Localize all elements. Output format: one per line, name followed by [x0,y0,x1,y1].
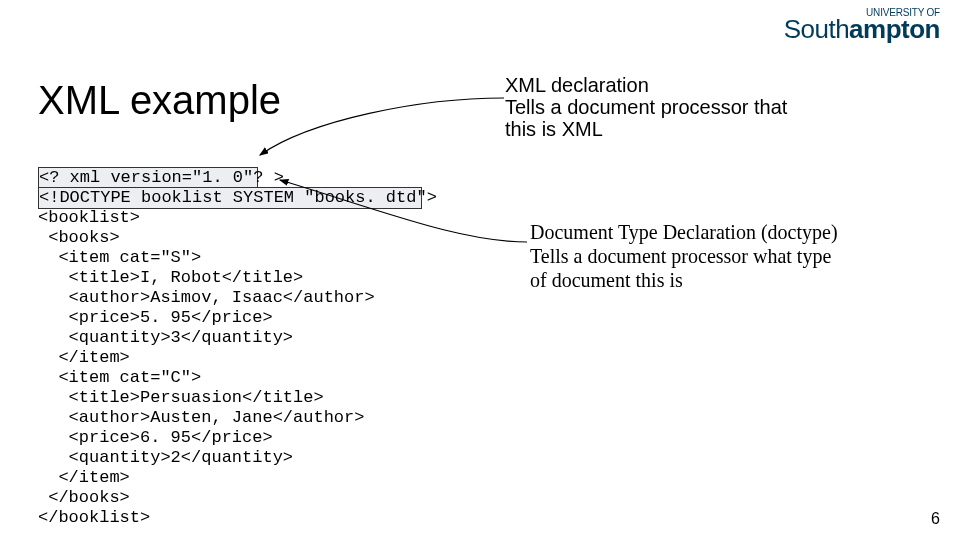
code-line: </books> [38,488,130,507]
annotation-line: Document Type Declaration (doctype) [530,220,838,244]
xml-declaration-line: <? xml version="1. 0"? > [38,167,258,189]
code-line: <books> [38,228,120,247]
code-line: </item> [38,468,130,487]
code-line: <title>Persuasion</title> [38,388,324,407]
annotation-line: XML declaration [505,74,787,96]
code-line: <quantity>2</quantity> [38,448,293,467]
code-line: <price>5. 95</price> [38,308,273,327]
annotation-line: Tells a document processor what type [530,244,838,268]
code-line: <booklist> [38,208,140,227]
code-line: <item cat="S"> [38,248,201,267]
code-line: <title>I, Robot</title> [38,268,303,287]
page-number: 6 [931,510,940,528]
code-line: </item> [38,348,130,367]
code-line: </booklist> [38,508,150,527]
slide-title: XML example [38,78,281,123]
code-line: <author>Asimov, Isaac</author> [38,288,375,307]
logo-bottom-text: Southampton [784,14,940,44]
annotation-xml-declaration: XML declaration Tells a document process… [505,74,787,140]
xml-code-block: <? xml version="1. 0"? > <!DOCTYPE bookl… [38,148,422,528]
code-line: <quantity>3</quantity> [38,328,293,347]
annotation-line: Tells a document processor that [505,96,787,118]
code-line: <price>6. 95</price> [38,428,273,447]
annotation-doctype: Document Type Declaration (doctype) Tell… [530,220,838,292]
code-line: <item cat="C"> [38,368,201,387]
annotation-line: this is XML [505,118,787,140]
code-line: <author>Austen, Jane</author> [38,408,364,427]
annotation-line: of document this is [530,268,838,292]
university-logo: UNIVERSITY OF Southampton [784,8,940,42]
doctype-declaration-line: <!DOCTYPE booklist SYSTEM "books. dtd"> [38,187,422,209]
